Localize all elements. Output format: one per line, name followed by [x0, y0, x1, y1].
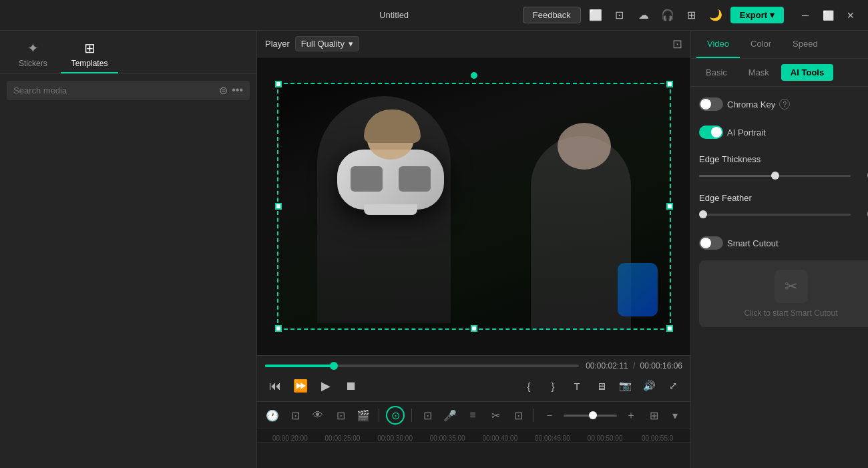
edge-feather-label: Edge Feather — [699, 193, 752, 203]
headphone-icon[interactable]: 🎧 — [658, 6, 677, 25]
subtab-mask[interactable]: Mask — [739, 64, 779, 81]
edge-thickness-section: Edge Thickness ◇ 0.00 — [699, 151, 868, 180]
handle-top-middle[interactable] — [471, 72, 477, 79]
video-content — [277, 83, 671, 330]
tab-video[interactable]: Video — [696, 31, 740, 58]
search-actions: ⊜ ••• — [219, 84, 243, 97]
right-subtab-bar: Basic Mask AI Tools — [691, 59, 868, 87]
export-button[interactable]: Export ▾ — [730, 7, 784, 23]
ruler-label: 00:00:40:00 — [474, 435, 527, 442]
mic-icon[interactable]: 🎤 — [441, 407, 459, 424]
smart-cutout-toggle[interactable] — [699, 236, 723, 250]
fit-icon[interactable]: ⊡ — [286, 407, 304, 424]
edge-feather-value: 0.00 — [856, 210, 868, 219]
text-icon[interactable]: T — [568, 377, 586, 395]
record-icon[interactable]: ⊙ — [386, 406, 405, 425]
monitor2-icon[interactable]: 🖥 — [592, 377, 610, 395]
edge-feather-track[interactable] — [699, 214, 851, 216]
help-icon[interactable]: ? — [779, 99, 790, 109]
frame-back-icon[interactable]: ⏩ — [290, 376, 310, 396]
quality-select[interactable]: Full Quality ▾ — [295, 36, 359, 51]
volume-icon[interactable]: 🔊 — [640, 377, 658, 395]
smart-cutout-prompt: Click to start Smart Cutout — [744, 308, 837, 318]
zoom-thumb[interactable] — [589, 411, 597, 419]
grid-icon[interactable]: ⊞ — [682, 6, 701, 25]
edge-feather-row: Edge Feather ◇ — [699, 190, 868, 206]
ruler-label: 00:00:45:00 — [526, 435, 579, 442]
sidebar-item-stickers[interactable]: ✦ Stickers — [8, 36, 58, 73]
fullscreen2-icon[interactable]: ⤢ — [664, 377, 682, 395]
zoom-in-icon[interactable]: ＋ — [622, 407, 640, 424]
video-frame — [277, 83, 671, 330]
save-icon[interactable]: ⊡ — [610, 6, 629, 25]
more-timeline-icon[interactable]: ▾ — [666, 407, 684, 424]
play-icon[interactable]: ▶ — [316, 376, 336, 396]
edge-thickness-label: Edge Thickness — [699, 154, 761, 164]
magnet-icon[interactable]: ⊡ — [332, 407, 349, 424]
video-background — [277, 83, 671, 330]
chroma-key-toggle[interactable] — [699, 97, 723, 111]
ruler-label: 00:00:35:00 — [421, 435, 474, 442]
cloud-upload-icon[interactable]: ☁ — [634, 6, 653, 25]
edge-feather-thumb[interactable] — [699, 210, 707, 218]
sidebar-item-templates[interactable]: ⊞ Templates — [61, 36, 119, 73]
progress-track[interactable] — [265, 365, 579, 367]
window-controls: ─ ⬜ ✕ — [796, 6, 860, 25]
app-title: Untitled — [265, 10, 522, 20]
zoom-out-icon[interactable]: － — [541, 407, 558, 424]
search-input[interactable] — [13, 85, 214, 95]
zoom-track[interactable] — [564, 415, 617, 417]
ruler-label: 00:00:30:00 — [369, 435, 421, 442]
topbar-right: Feedback ⬜ ⊡ ☁ 🎧 ⊞ 🌙 Export ▾ ─ ⬜ ✕ — [523, 6, 860, 25]
tab-color[interactable]: Color — [740, 31, 782, 58]
timeline-area: 🕐 ⊡ 👁 ⊡ 🎬 ⊙ ⊡ 🎤 ≡ ✂ ⊡ － — [257, 401, 690, 468]
close-button[interactable]: ✕ — [841, 6, 860, 25]
clock-icon[interactable]: 🕐 — [264, 407, 281, 424]
maximize-button[interactable]: ⬜ — [819, 6, 837, 25]
current-time: 00:00:02:11 — [586, 361, 628, 371]
screenshot-icon[interactable]: 📷 — [616, 377, 634, 395]
progress-fill — [265, 365, 334, 367]
fullscreen-icon[interactable]: ⊡ — [672, 37, 682, 51]
pip-icon[interactable]: ⊡ — [509, 407, 527, 424]
minimize-button[interactable]: ─ — [796, 6, 815, 25]
templates-label: Templates — [71, 59, 108, 68]
stop-icon[interactable]: ⏹ — [341, 376, 361, 396]
shield-icon[interactable]: ⊡ — [419, 407, 436, 424]
progress-thumb[interactable] — [330, 362, 338, 370]
feedback-button[interactable]: Feedback — [523, 7, 581, 23]
monitor-icon[interactable]: ⬜ — [586, 6, 605, 25]
mark-out-icon[interactable]: } — [544, 377, 562, 395]
theme-icon[interactable]: 🌙 — [706, 6, 725, 25]
grid-view-icon[interactable]: ⊞ — [645, 407, 662, 424]
chroma-key-label: Chroma Key ? — [699, 97, 790, 111]
right-tab-bar: Video Color Speed — [691, 31, 868, 59]
eye-icon[interactable]: 👁 — [309, 407, 327, 424]
filter-icon[interactable]: ⊜ — [219, 84, 228, 97]
chevron-down-icon: ▾ — [349, 39, 353, 49]
timeline-ruler: 00:00:20:00 00:00:25:00 00:00:30:00 00:0… — [257, 429, 690, 443]
ruler-label: 00:00:55:0 — [631, 435, 684, 442]
zoom-bar — [564, 415, 617, 417]
center-panel: Player Full Quality ▾ ⊡ — [257, 31, 690, 468]
smart-cutout-preview[interactable]: ✂ Click to start Smart Cutout — [699, 260, 868, 327]
total-time: 00:00:16:06 — [640, 361, 682, 371]
video-canvas — [257, 57, 690, 355]
list-icon[interactable]: ≡ — [464, 407, 481, 424]
edge-thickness-slider-row: 0.00 — [699, 171, 868, 180]
ai-portrait-toggle[interactable] — [699, 126, 723, 139]
timeline-right: ⊞ ▾ — [645, 407, 684, 424]
scissors-icon[interactable]: ✂ — [487, 407, 504, 424]
mark-in-icon[interactable]: { — [519, 377, 538, 395]
tab-speed[interactable]: Speed — [782, 31, 829, 58]
subtab-basic[interactable]: Basic — [696, 64, 736, 81]
quality-label: Full Quality — [301, 39, 345, 49]
subtab-ai-tools[interactable]: AI Tools — [781, 64, 833, 81]
progress-bar: 00:00:02:11 / 00:00:16:06 — [265, 361, 682, 371]
edge-thickness-track[interactable] — [699, 175, 851, 177]
more-icon[interactable]: ••• — [232, 84, 243, 97]
smart-cutout-section: Smart Cutout ✂ Click to start Smart Cuto… — [699, 234, 868, 327]
edge-thickness-thumb[interactable] — [771, 172, 779, 180]
skip-back-icon[interactable]: ⏮ — [265, 376, 285, 396]
video-clip-icon[interactable]: 🎬 — [355, 407, 372, 424]
